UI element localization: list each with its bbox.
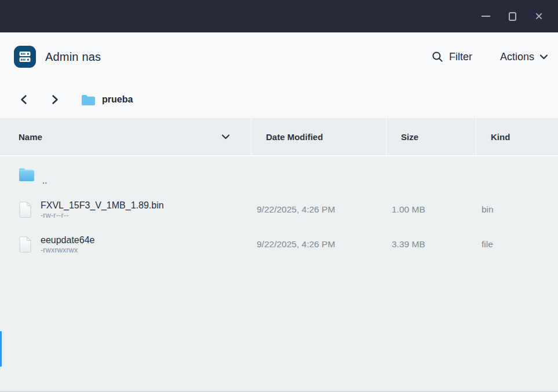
folder-icon [81,94,96,106]
app-header: Admin nas Filter Actions [0,32,558,81]
file-name: FXVL_15F3_V_1MB_1.89.bin [41,200,164,211]
folder-name: .. [42,175,47,185]
current-folder-name: prueba [102,94,133,105]
cell-date-modified: 9/22/2025, 4:26 PM [251,204,386,215]
cell-kind: file [476,239,558,250]
file-icon [19,236,32,253]
file-name: eeupdate64e [41,235,94,246]
table-row[interactable]: eeupdate64e -rwxrwxrwx 9/22/2025, 4:26 P… [0,227,558,262]
column-header-date-modified[interactable]: Date Modified [251,118,386,155]
file-icon [19,202,32,218]
file-list: .. [0,156,558,262]
cell-date-modified: 9/22/2025, 4:26 PM [251,239,386,250]
chevron-left-icon [20,94,28,105]
cell-kind: bin [476,204,558,215]
maximize-button[interactable] [499,6,526,27]
app-window: × Admin nas [0,0,558,392]
search-icon [432,51,443,63]
actions-label: Actions [500,51,534,63]
cell-size: 1.00 MB [386,204,476,215]
chevron-down-icon [539,54,548,60]
column-header-kind[interactable]: Kind [476,118,558,155]
actions-menu-button[interactable]: Actions [500,51,548,63]
maximize-icon [509,12,516,21]
close-icon: × [535,9,543,23]
filter-label: Filter [449,51,472,63]
left-scrollbar-thumb[interactable] [0,331,2,367]
page-title: Admin nas [45,50,101,64]
table-row[interactable]: FXVL_15F3_V_1MB_1.89.bin -rw-r--r-- 9/22… [0,192,558,227]
table-row-parent-folder[interactable]: .. [0,156,558,192]
nas-app-icon [14,46,36,68]
sort-chevron-down-icon [221,134,230,140]
header-actions: Filter Actions [432,51,558,63]
minimize-button[interactable] [472,6,499,27]
table-header: Name Date Modified Size Kind [0,118,558,156]
breadcrumb: prueba [0,81,558,118]
column-header-name[interactable]: Name [0,118,251,155]
back-button[interactable] [17,92,30,107]
close-button[interactable]: × [526,6,552,27]
filter-button[interactable]: Filter [432,51,472,63]
folder-icon [19,167,35,182]
column-header-size[interactable]: Size [386,118,476,155]
minimize-icon [482,16,490,17]
chevron-right-icon [51,94,59,105]
cell-size: 3.39 MB [386,239,476,250]
file-permissions: -rw-r--r-- [41,211,164,219]
window-titlebar: × [0,0,558,32]
file-permissions: -rwxrwxrwx [41,246,94,254]
forward-button[interactable] [49,92,61,107]
